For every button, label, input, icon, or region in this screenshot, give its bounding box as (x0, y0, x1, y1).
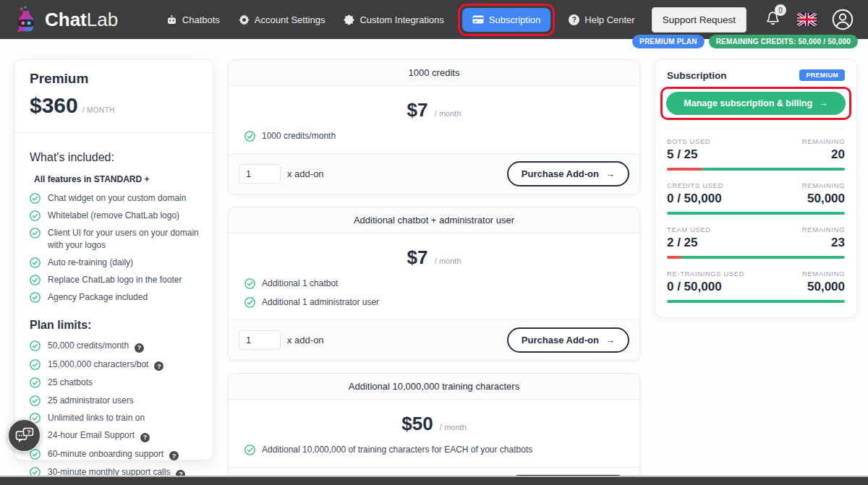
addon-period: / month (440, 423, 467, 432)
feature-label: Chat widget on your custom domain (48, 192, 186, 204)
arrow-right-icon: → (819, 98, 828, 108)
limit-item: 25 administrator users? (30, 395, 200, 406)
plan-price: $360 (30, 93, 78, 118)
usage-progress-bar (667, 212, 845, 215)
stat-used-value: 5 / 25 (667, 147, 698, 162)
help-icon: ? (569, 14, 579, 25)
limit-item: 60-minute onboarding support? (30, 448, 200, 461)
stat-used-label: BOTS USED (667, 137, 710, 145)
usage-progress-bar (667, 168, 845, 171)
included-title: What's included: (30, 151, 200, 164)
addon-card-credits: 1000 credits $7 / month 1000 credits/mon… (228, 59, 640, 194)
plan-name: Premium (30, 71, 198, 87)
puzzle-icon (344, 14, 354, 25)
check-circle-icon (244, 131, 255, 142)
nav-item-label: Custom Integrations (359, 14, 443, 25)
addon-features: Additional 10,000,000 of training charac… (244, 444, 624, 455)
nav-item-chatbots[interactable]: Chatbots (166, 14, 220, 25)
addon-feature-item: 1000 credits/month (244, 130, 624, 142)
profile-avatar-icon[interactable] (832, 9, 854, 30)
purchase-addon-button[interactable]: Purchase Add-on → (507, 327, 629, 353)
addon-quantity-suffix: x add-on (287, 168, 324, 179)
check-circle-icon (30, 275, 41, 286)
stat-used-value: 0 / 50,000 (667, 192, 722, 206)
addon-features: Additional 1 chatbot Additional 1 admini… (244, 278, 624, 308)
annotation-box: Manage subscription & billing → (660, 87, 851, 120)
addon-footer: x add-on Purchase Add-on → (229, 153, 639, 194)
chat-widget-button[interactable]: ? (7, 419, 41, 452)
limit-label: 25 chatbots? (48, 377, 93, 388)
limit-item: 24-hour Email Support? (30, 429, 200, 442)
support-request-button[interactable]: Support Request (652, 7, 746, 33)
usage-progress-used (667, 256, 681, 259)
usage-stat: TEAM USED REMAINING 2 / 25 23 (667, 219, 845, 263)
help-tooltip-icon[interactable]: ? (154, 361, 163, 371)
check-circle-icon (30, 292, 41, 303)
stat-used-label: RE-TRAININGS USED (667, 270, 744, 278)
feature-label: Agency Package included (48, 291, 148, 303)
feature-item: Replace ChatLab logo in the footer (30, 274, 200, 286)
addon-card-training-characters: Additional 10,000,000 training character… (228, 373, 640, 485)
robot-icon (166, 14, 177, 25)
addon-feature-item: Additional 1 chatbot (244, 278, 624, 289)
addon-title: 1000 credits (229, 60, 639, 86)
help-tooltip-icon[interactable]: ? (140, 433, 150, 442)
feature-label: Auto re-training (daily) (48, 257, 133, 268)
feature-item: Chat widget on your custom domain (30, 192, 200, 204)
feature-item: Client UI for your users on your domain … (30, 227, 200, 250)
stat-remaining-value: 23 (831, 236, 845, 250)
addon-title: Additional chatbot + administrator user (229, 207, 639, 233)
stat-used-value: 0 / 50,000 (667, 280, 722, 294)
svg-text:?: ? (27, 428, 30, 435)
check-circle-icon (30, 377, 41, 388)
help-tooltip-icon[interactable]: ? (169, 451, 179, 460)
help-tooltip-icon[interactable]: ? (135, 343, 144, 353)
purchase-addon-button[interactable]: Purchase Add-on → (507, 161, 629, 186)
plan-card-body: What's included: All features in STANDAR… (15, 133, 213, 479)
footer-bar (0, 477, 868, 485)
limit-label: 15,000,000 characters/bot? (48, 359, 163, 372)
stat-remaining-label: REMAINING (802, 226, 845, 233)
check-circle-icon (30, 210, 41, 221)
stat-used-value: 2 / 25 (667, 236, 698, 250)
limit-item: Unlimited links to train on? (30, 412, 200, 424)
notifications-button[interactable]: 0 (765, 10, 780, 29)
addon-price: $50 (401, 413, 433, 434)
plan-card: Premium $360 / MONTH What's included: Al… (14, 59, 213, 460)
feature-label: Client UI for your users on your domain … (48, 227, 200, 250)
usage-progress-bar (667, 256, 845, 259)
credit-card-icon (472, 15, 484, 24)
language-flag-uk[interactable] (797, 13, 817, 26)
gear-icon (239, 14, 250, 25)
arrow-right-icon: → (605, 335, 615, 345)
check-circle-icon (30, 228, 41, 239)
addon-feature-label: Additional 1 administrator user (262, 297, 379, 307)
manage-subscription-button[interactable]: Manage subscription & billing → (666, 92, 846, 115)
addon-period: / month (435, 109, 461, 118)
nav-item-custom-integrations[interactable]: Custom Integrations (344, 14, 443, 25)
feature-label: Whitelabel (remove ChatLab logo) (48, 210, 179, 221)
limit-label: 25 administrator users? (48, 395, 134, 406)
notification-count-badge: 0 (775, 4, 786, 16)
addon-footer: x add-on Purchase Add-on → (229, 319, 639, 360)
stat-remaining-label: REMAINING (802, 270, 845, 278)
nav-item-label: Chatbots (182, 14, 220, 25)
nav-item-label: Subscription (489, 14, 541, 25)
nav-item-subscription[interactable]: Subscription (462, 8, 551, 32)
addon-feature-item: Additional 1 administrator user (244, 296, 624, 308)
addon-quantity-input[interactable] (239, 330, 281, 350)
addon-title: Additional 10,000,000 training character… (229, 374, 639, 400)
nav-item-help-center[interactable]: ? Help Center (569, 14, 634, 25)
status-badges: PREMIUM PLAN REMAINING CREDITS: 50,000 /… (632, 35, 858, 48)
addon-quantity-input[interactable] (239, 164, 281, 184)
plan-card-head: Premium $360 / MONTH (15, 60, 213, 133)
arrow-right-icon: → (605, 168, 615, 179)
nav-item-account-settings[interactable]: Account Settings (239, 14, 326, 25)
limits-title: Plan limits: (30, 319, 200, 332)
usage-stat: CREDITS USED REMAINING 0 / 50,000 50,000 (667, 175, 845, 219)
feature-label: Replace ChatLab logo in the footer (48, 274, 182, 286)
nav-item-label: Help Center (584, 14, 634, 25)
stat-remaining-value: 50,000 (807, 192, 845, 206)
chatlab-logo[interactable]: ChatLab (13, 5, 118, 34)
premium-plan-badge: PREMIUM PLAN (632, 35, 705, 48)
